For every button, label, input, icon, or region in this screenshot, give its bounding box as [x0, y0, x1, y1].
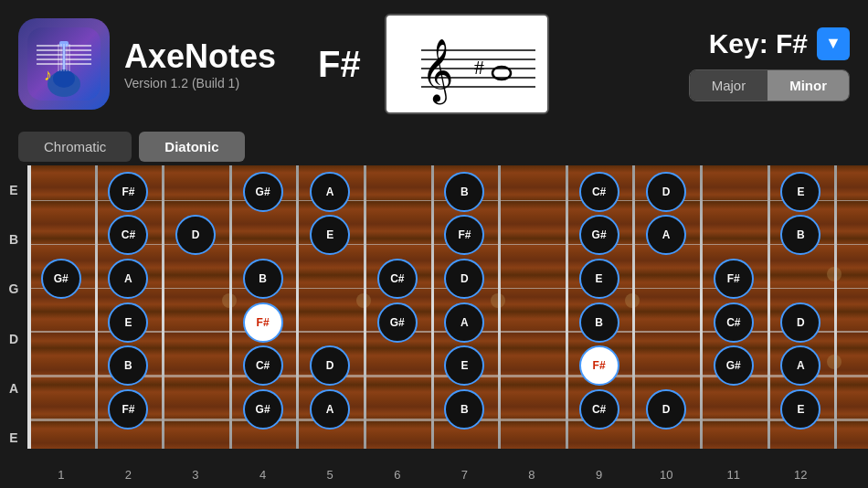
key-center-label: F#	[318, 44, 361, 85]
string-label-e-high: E	[9, 183, 17, 197]
app-version: Version 1.2 (Build 1)	[124, 76, 276, 90]
key-dropdown-button[interactable]: ▼	[817, 27, 850, 60]
key-text: Key: F#	[709, 28, 808, 59]
fretboard: F#G#ABC#DEC#DEF#G#ABG#ABC#DEF#EF#G#ABC#D…	[27, 165, 868, 449]
fret-number: 2	[95, 462, 163, 488]
note-circle[interactable]: E	[444, 345, 484, 386]
note-circle[interactable]: A	[444, 302, 484, 343]
fret-number: 5	[296, 462, 364, 488]
string-label-e-low: E	[9, 430, 17, 445]
note-circle[interactable]: E	[780, 172, 820, 212]
note-circle[interactable]: F#	[444, 215, 484, 255]
note-circle[interactable]: G#	[579, 215, 619, 255]
note-circle[interactable]: A	[780, 345, 820, 386]
note-circle[interactable]: D	[444, 259, 484, 299]
note-circle[interactable]: A	[646, 215, 686, 255]
note-circle[interactable]: E	[310, 215, 350, 255]
diatonic-button[interactable]: Diatonic	[139, 132, 244, 162]
note-circle[interactable]: B	[108, 345, 148, 386]
chevron-down-icon: ▼	[825, 34, 842, 53]
note-circle[interactable]: G#	[243, 172, 283, 212]
string-label-a: A	[9, 381, 18, 396]
note-circle[interactable]: E	[108, 302, 148, 343]
fret-number: 4	[229, 462, 297, 488]
svg-point-7	[53, 69, 75, 88]
key-controls: Key: F# ▼ Major Minor	[689, 27, 850, 101]
major-button[interactable]: Major	[690, 70, 768, 101]
note-circle[interactable]: C#	[579, 172, 619, 212]
fret-number: 7	[431, 462, 499, 488]
note-circle[interactable]: B	[243, 259, 283, 299]
note-circle[interactable]: G#	[714, 345, 754, 386]
note-circle[interactable]: A	[310, 389, 350, 430]
note-circle[interactable]: B	[780, 215, 820, 255]
scale-selector: Chromatic Diatonic	[0, 128, 868, 165]
fretboard-wrapper: E B G D A E F#G#ABC#DEC#DEF#G#ABG#ABC#DE…	[0, 165, 868, 462]
note-circle[interactable]: F#	[108, 389, 148, 430]
note-circle[interactable]: E	[579, 259, 619, 299]
note-circle[interactable]: B	[444, 172, 484, 212]
note-circle[interactable]: E	[780, 389, 820, 430]
note-circle[interactable]: F#	[243, 302, 283, 343]
fret-number: 6	[364, 462, 431, 488]
svg-text:𝄞: 𝄞	[421, 39, 453, 105]
note-circle[interactable]: A	[310, 172, 350, 212]
app-title: AxeNotes	[124, 37, 276, 76]
note-circle[interactable]: C#	[579, 389, 619, 430]
fret-numbers: 123456789101112	[0, 462, 868, 488]
note-circle[interactable]: C#	[243, 345, 283, 386]
string-label-b: B	[9, 232, 18, 247]
note-circle[interactable]: G#	[377, 302, 418, 343]
note-circle[interactable]: D	[175, 215, 216, 255]
header: ♪ AxeNotes Version 1.2 (Build 1) F# 𝄞 #	[0, 0, 868, 128]
major-minor-toggle: Major Minor	[689, 69, 850, 101]
note-circle[interactable]: D	[780, 302, 820, 343]
note-circle[interactable]: G#	[243, 389, 283, 430]
note-circle[interactable]: D	[646, 172, 686, 212]
fret-number: 8	[498, 462, 566, 488]
string-label-g: G	[9, 281, 19, 296]
fret-number: 11	[700, 462, 767, 488]
note-circle[interactable]: G#	[41, 259, 81, 299]
fret-number: 12	[767, 462, 835, 488]
note-circle[interactable]: D	[646, 389, 686, 430]
string-label-d: D	[9, 332, 18, 346]
fret-number: 9	[566, 462, 633, 488]
fret-number: 1	[27, 462, 95, 488]
note-circle[interactable]: F#	[579, 345, 619, 386]
note-circle[interactable]: B	[579, 302, 619, 343]
note-circle[interactable]: C#	[714, 302, 754, 343]
note-circle[interactable]: D	[310, 345, 350, 386]
fret-number: 10	[632, 462, 700, 488]
note-circle[interactable]: C#	[108, 215, 148, 255]
note-circle[interactable]: F#	[714, 259, 754, 299]
minor-button[interactable]: Minor	[767, 70, 849, 101]
string-labels: E B G D A E	[0, 165, 27, 462]
app-title-block: AxeNotes Version 1.2 (Build 1)	[124, 37, 276, 90]
svg-text:#: #	[474, 56, 484, 79]
note-circle[interactable]: B	[444, 389, 484, 430]
chromatic-button[interactable]: Chromatic	[18, 132, 132, 162]
svg-text:♪: ♪	[44, 66, 52, 84]
note-circle[interactable]: A	[108, 259, 148, 299]
note-circle[interactable]: C#	[377, 259, 418, 299]
note-circle[interactable]: F#	[108, 172, 148, 212]
staff-display: 𝄞 #	[385, 14, 549, 114]
fret-number: 3	[162, 462, 229, 488]
app-icon: ♪	[18, 18, 110, 110]
